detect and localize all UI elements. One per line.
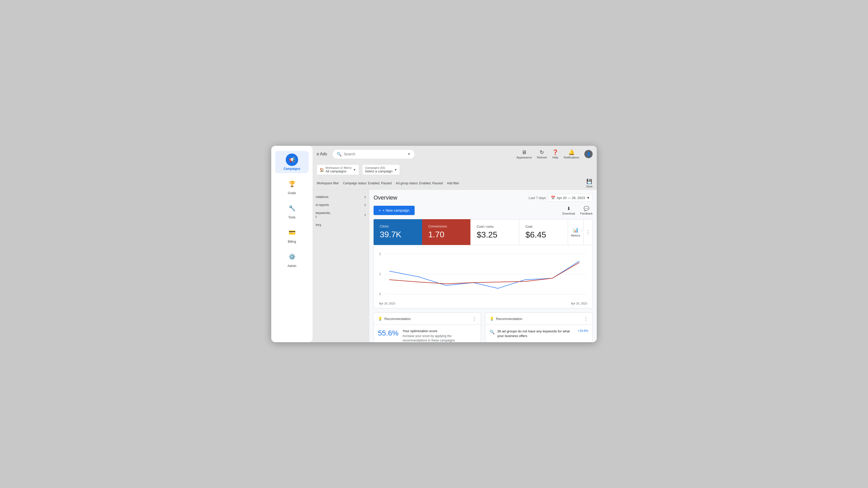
metric-card-clicks: Clicks 39.7K — [374, 219, 422, 245]
rec-more-button-2[interactable]: ⋮ — [584, 316, 588, 321]
cost-value: $6.45 — [525, 230, 562, 239]
main-content: e Ads 🔍 ▼ 🖥 Appearance ↻ Refresh ❓ He — [313, 146, 597, 342]
nav-item-keywords[interactable]: keywords, t ∨ — [313, 209, 369, 221]
svg-text:1: 1 — [379, 272, 381, 276]
feedback-label: Feedback — [580, 212, 593, 215]
appearance-button[interactable]: 🖥 Appearance — [517, 149, 532, 159]
left-nav: ndations ∨ d reports ∨ keywords, t ∨ tor… — [313, 190, 369, 342]
date-picker-button[interactable]: 📅 Apr 20 — 26, 2023 ▼ — [548, 194, 593, 202]
notifications-button[interactable]: 🔔 Notifications — [564, 149, 579, 159]
download-icon: ⬇ — [567, 206, 571, 211]
search-chevron-icon: ▼ — [407, 152, 410, 156]
chart-svg: 2 1 0 — [377, 248, 589, 300]
cost-label: Cost — [525, 225, 562, 229]
nav-history-label: tory — [316, 223, 321, 227]
content-body: ndations ∨ d reports ∨ keywords, t ∨ tor… — [313, 190, 597, 342]
rec-alert: 🔍 36 ad groups do not have any keywords … — [490, 329, 588, 338]
metric-card-cost: Cost $6.45 — [519, 219, 568, 245]
chart-x-start: Apr 19, 2023 — [379, 302, 395, 305]
conversions-label: Conversions — [428, 224, 464, 228]
filter-adgroup-status[interactable]: Ad group status: Enabled, Paused — [396, 181, 443, 185]
new-campaign-icon: + — [379, 208, 381, 212]
billing-icon: 💳 — [286, 226, 298, 239]
right-panel: Overview Last 7 days 📅 Apr 20 — 26, 2023… — [369, 190, 597, 342]
metrics-more-button[interactable]: ⋮ — [584, 219, 593, 245]
new-campaign-button[interactable]: + + New campaign — [374, 206, 414, 215]
sidebar-item-admin[interactable]: ⚙️ Admin — [275, 248, 309, 270]
sidebar-item-billing[interactable]: 💳 Billing — [275, 224, 309, 246]
cost-conv-label: Cost / conv. — [476, 225, 513, 229]
sidebar-item-campaigns[interactable]: 📢 Campaigns — [275, 151, 309, 173]
rec-more-button-1[interactable]: ⋮ — [472, 316, 476, 321]
action-bar: + + New campaign ⬇ Download 💬 Feedback — [374, 206, 593, 215]
subheader: 🏠 Workspace (2 filters) All campaigns ▼ … — [313, 162, 597, 177]
metrics-icon: 📊 — [573, 227, 579, 233]
save-label: Save — [586, 185, 593, 188]
help-icon: ❓ — [552, 149, 559, 155]
metrics-label: Metrics — [571, 234, 580, 237]
workspace-label-main: All campaigns — [326, 169, 346, 173]
user-avatar[interactable]: 👤 — [584, 150, 593, 158]
overview-header: Overview Last 7 days 📅 Apr 20 — 26, 2023… — [374, 194, 593, 202]
svg-text:0: 0 — [379, 293, 381, 296]
svg-text:2: 2 — [379, 252, 381, 256]
help-button[interactable]: ❓ Help — [552, 149, 559, 159]
nav-item-history[interactable]: tory — [313, 221, 369, 229]
overview-title: Overview — [374, 194, 397, 201]
nav-keywords-chevron: ∨ — [364, 213, 366, 217]
nav-item-recommendations[interactable]: ndations ∨ — [313, 193, 369, 201]
nav-item-reports[interactable]: d reports ∨ — [313, 201, 369, 209]
appearance-icon: 🖥 — [522, 149, 527, 155]
rec-alert-text: 36 ad groups do not have any keywords fo… — [497, 329, 575, 338]
nav-recommendations-label: ndations — [316, 195, 328, 199]
sidebar-item-goals[interactable]: 🏆 Goals — [275, 175, 309, 198]
admin-icon: ⚙️ — [286, 251, 298, 263]
campaigns-icon: 📢 — [286, 153, 298, 166]
search-bar[interactable]: 🔍 ▼ — [332, 149, 415, 159]
filter-workspace[interactable]: Workspace filter — [317, 181, 339, 185]
filter-campaign-status[interactable]: Campaign status: Enabled, Paused — [343, 181, 392, 185]
refresh-button[interactable]: ↻ Refresh — [537, 149, 547, 159]
rec-header-label-1: Recommendation — [384, 317, 411, 321]
metrics-button[interactable]: 📊 Metrics — [568, 219, 584, 245]
rec-header-2: 💡 Recommendation ⋮ — [486, 313, 592, 325]
campaigns-chevron-icon: ▼ — [394, 168, 397, 172]
notifications-icon: 🔔 — [568, 149, 575, 155]
rec-header-1: 💡 Recommendation ⋮ — [374, 313, 481, 325]
sidebar-label-campaigns: Campaigns — [284, 167, 301, 171]
rec-bulb-icon-1: 💡 — [378, 317, 382, 321]
search-icon: 🔍 — [337, 152, 342, 156]
campaigns-dropdown[interactable]: Campaigns (63) Select a campaign ▼ — [362, 164, 400, 175]
recommendation-card-2: 💡 Recommendation ⋮ 🔍 36 ad groups do not… — [485, 313, 593, 342]
rec-body-1: 55.6% Your optimization score Increase y… — [374, 325, 481, 342]
download-button[interactable]: ⬇ Download — [562, 206, 575, 215]
rec-body-2: 🔍 36 ad groups do not have any keywords … — [486, 325, 592, 342]
workspace-dropdown[interactable]: 🏠 Workspace (2 filters) All campaigns ▼ — [317, 164, 359, 175]
rec-desc-1: Increase your score by applying the reco… — [402, 334, 476, 342]
search-input[interactable] — [344, 152, 404, 156]
sidebar-item-tools[interactable]: 🔧 Tools — [275, 200, 309, 222]
sidebar-label-goals: Goals — [288, 191, 296, 195]
date-picker-chevron-icon: ▼ — [586, 196, 590, 200]
recommendation-card-1: 💡 Recommendation ⋮ 55.6% Y — [374, 313, 481, 342]
campaigns-label-main: Select a campaign — [365, 169, 393, 173]
rec-bulb-icon-2: 💡 — [490, 317, 494, 321]
chart-x-end: Apr 25, 2023 — [571, 302, 587, 305]
cost-conv-value: $3.25 — [476, 230, 513, 239]
app-title: e Ads — [317, 152, 327, 156]
new-campaign-label: + New campaign — [382, 208, 409, 212]
feedback-button[interactable]: 💬 Feedback — [580, 206, 593, 215]
rec-alert-badge: +18.6% — [578, 329, 588, 333]
app-container: 📢 Campaigns 🏆 Goals 🔧 Tools 💳 Billing ⚙️… — [271, 146, 597, 342]
chart-area: 2 1 0 Apr 19, 2023 Apr 25, 2023 — [374, 245, 593, 308]
nav-reports-chevron: ∨ — [364, 203, 366, 207]
sidebar-label-admin: Admin — [287, 264, 296, 268]
workspace-label-top: Workspace (2 filters) — [326, 166, 351, 169]
save-button[interactable]: 💾 Save — [586, 179, 593, 188]
chart-x-labels: Apr 19, 2023 Apr 25, 2023 — [377, 301, 589, 305]
nav-recommendations-chevron: ∨ — [364, 195, 366, 199]
action-right: ⬇ Download 💬 Feedback — [562, 206, 593, 215]
filter-add[interactable]: Add filter — [447, 181, 459, 185]
rec-header-label-2: Recommendation — [496, 317, 522, 321]
topbar: e Ads 🔍 ▼ 🖥 Appearance ↻ Refresh ❓ He — [313, 146, 597, 162]
